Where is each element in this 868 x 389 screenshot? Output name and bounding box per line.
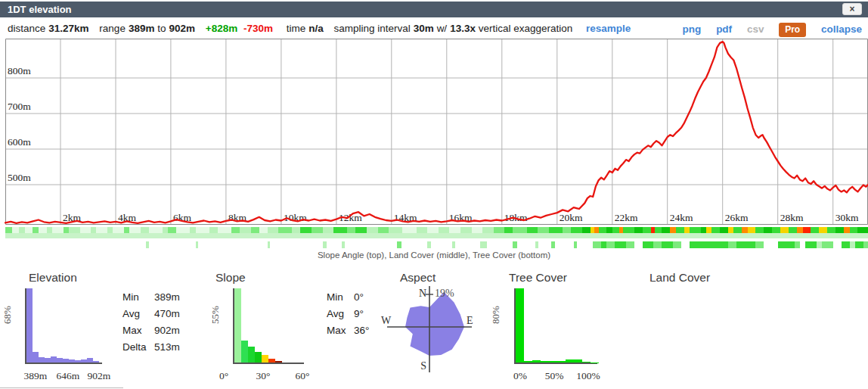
histogram-bar <box>57 358 63 363</box>
tree-hist-ymax-label: 80% <box>490 306 502 324</box>
strip-segment <box>209 227 218 233</box>
stat-label: Min <box>327 291 354 308</box>
tree-cover-strip <box>5 241 868 248</box>
strip-segment <box>367 227 378 233</box>
stat-value: 513m <box>154 341 180 358</box>
hist-xtick-label: 902m <box>88 370 111 382</box>
sampling-value: 30m <box>414 23 434 34</box>
strip-segment <box>52 227 64 233</box>
strip-segment <box>427 227 439 233</box>
stat-value: 389m <box>154 291 180 308</box>
strip-segment <box>535 241 538 248</box>
tree-cover-histogram <box>514 288 597 364</box>
strip-segment <box>822 241 833 248</box>
strip-segment <box>141 227 149 233</box>
resample-link[interactable]: resample <box>586 23 631 34</box>
collapse-link[interactable]: collapse <box>821 23 862 35</box>
histogram-bar <box>75 360 81 363</box>
hist-xtick-label: 646m <box>57 370 80 382</box>
stat-value: 0° <box>354 291 364 308</box>
strip-segment <box>670 227 675 233</box>
strip-segment <box>673 241 681 248</box>
strip-segment <box>259 227 268 233</box>
strip-segment <box>805 241 817 248</box>
strip-segment <box>819 227 827 233</box>
strip-segment <box>612 227 619 233</box>
strip-segment <box>571 227 582 233</box>
land-cover-panel-title: Land Cover <box>649 271 710 285</box>
stat-value: 470m <box>154 308 180 325</box>
strip-segment <box>196 227 209 233</box>
strip-segment <box>811 227 819 233</box>
elevation-hist-ymax-label: 68% <box>2 306 14 324</box>
export-csv-link[interactable]: csv <box>747 23 764 35</box>
strip-segment <box>240 227 251 233</box>
strip-segment <box>323 227 334 233</box>
strip-segment <box>634 227 643 233</box>
export-pdf-link[interactable]: pdf <box>716 23 732 35</box>
strip-segment <box>690 241 728 248</box>
histogram-bar <box>26 288 33 363</box>
time-value: n/a <box>308 23 324 34</box>
strip-segment <box>842 241 850 248</box>
histogram-bar <box>516 288 524 363</box>
window-titlebar: 1DT elevation <box>0 2 868 17</box>
strip-segment <box>601 241 606 248</box>
strip-segment <box>653 241 662 248</box>
strip-segment <box>342 241 345 248</box>
strip-segment <box>163 227 168 233</box>
sampling-label: sampling interval <box>334 23 411 34</box>
strip-segment <box>711 227 720 233</box>
strip-segment <box>292 227 300 233</box>
stat-label: Max <box>327 325 354 341</box>
elevation-stats: Min389m Avg470m Max902m Delta513m <box>122 291 180 358</box>
strip-segment <box>662 241 673 248</box>
histogram-bar <box>45 358 51 363</box>
histogram-bar <box>524 361 532 363</box>
range-from-value: 389m <box>129 23 155 34</box>
histogram-bar <box>255 352 262 363</box>
land-cover-strip <box>5 233 868 238</box>
tree-cover-panel-title: Tree Cover <box>509 271 567 285</box>
strip-segment <box>563 227 571 233</box>
strip-segment <box>706 227 711 233</box>
aspect-rose-chart: N19%WES <box>377 282 486 387</box>
strip-segment <box>19 227 24 233</box>
histogram-bar <box>248 347 255 363</box>
stat-label: Avg <box>122 308 154 325</box>
strip-segment <box>538 227 549 233</box>
histogram-bar <box>275 361 282 363</box>
compass-n-label: N <box>419 288 426 299</box>
distance-label: distance <box>8 23 45 34</box>
strip-segment <box>107 227 113 233</box>
strip-segment <box>755 227 764 233</box>
close-icon: × <box>849 4 854 14</box>
y-axis-label: 700m <box>8 101 31 112</box>
close-button[interactable]: × <box>842 3 862 15</box>
export-png-link[interactable]: png <box>683 23 702 35</box>
histogram-bar <box>557 361 566 363</box>
strip-segment <box>333 227 347 233</box>
x-axis-label: 30km <box>835 212 859 223</box>
strip-segment <box>397 241 401 248</box>
strip-segment <box>850 241 855 248</box>
strip-segment <box>482 227 494 233</box>
pro-badge[interactable]: Pro <box>779 23 806 37</box>
hist-xtick-label: 0% <box>513 370 527 382</box>
hist-xtick-label: 0° <box>219 370 228 382</box>
strip-segment <box>606 227 612 233</box>
strip-segment <box>323 241 327 248</box>
y-axis-label: 600m <box>8 136 31 148</box>
histogram-bar <box>549 361 557 363</box>
strip-segment <box>863 241 868 248</box>
strip-segment <box>549 227 563 233</box>
strip-segment <box>764 227 772 233</box>
range-label: range <box>99 23 126 34</box>
strip-segment <box>844 227 849 233</box>
histogram-bar <box>582 362 591 363</box>
strip-segment <box>748 227 756 233</box>
elevation-profile-chart[interactable]: 500m600m700m800m2km4km6km8km10km12km14km… <box>0 39 868 225</box>
strip-segment <box>701 227 706 233</box>
export-controls: png pdf csv Pro collapse <box>671 23 862 37</box>
strip-segment <box>690 227 701 233</box>
